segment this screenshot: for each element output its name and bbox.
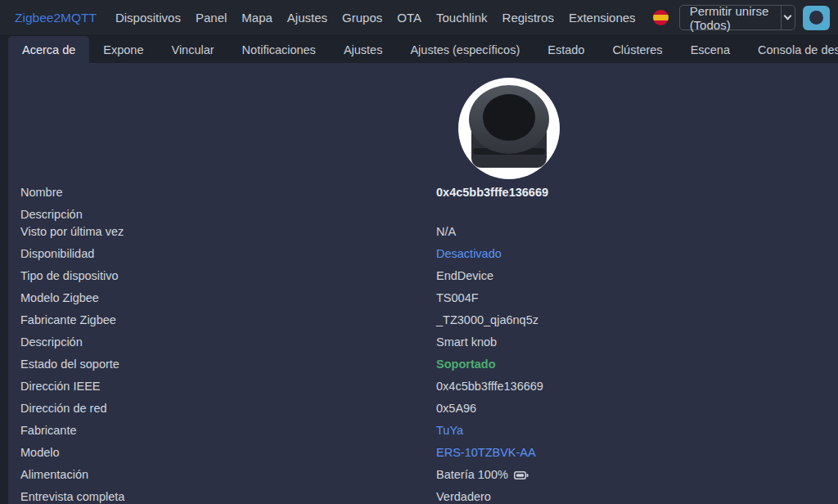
device-info-row: Alimentación Batería 100% — [8, 467, 838, 483]
device-info-row: Fabricante Zigbee _TZ3000_qja6nq5z — [8, 313, 838, 328]
permit-join-dropdown-toggle[interactable] — [781, 6, 795, 29]
language-flag-icon[interactable] — [653, 10, 669, 25]
device-field-value: Soportado — [436, 357, 496, 372]
tab-ajustes-espec-ficos-[interactable]: Ajustes (específicos) — [396, 36, 534, 63]
nav-item-ota[interactable]: OTA — [390, 11, 429, 25]
device-field-value: N/A — [436, 224, 456, 240]
theme-circle-icon — [809, 11, 823, 25]
device-field-value: _TZ3000_qja6nq5z — [436, 313, 538, 328]
device-info-list: Nombre 0x4c5bb3fffe136669 Descripción — [8, 185, 838, 504]
tab-vincular[interactable]: Vincular — [157, 36, 228, 63]
nav-item-registros[interactable]: Registros — [495, 11, 561, 25]
device-info-row: Dirección IEEE 0x4c5bb3fffe136669 — [8, 379, 838, 394]
device-field-label: Tipo de dispositivo — [8, 268, 436, 284]
nav-item-ajustes[interactable]: Ajustes — [280, 11, 335, 25]
device-field-label: Descripción — [8, 335, 436, 350]
device-tabbar: Acerca deExponeVincularNotificacionesAju… — [0, 36, 838, 63]
brand-link[interactable]: Zigbee2MQTT — [15, 11, 97, 25]
device-info-row: Fabricante TuYa — [8, 423, 838, 439]
tab-escena[interactable]: Escena — [677, 36, 744, 63]
device-field-value: TS004F — [436, 290, 479, 306]
device-field-label: Entrevista completa — [8, 489, 436, 504]
chevron-down-icon — [784, 12, 792, 20]
device-field-value: EndDevice — [436, 268, 493, 284]
tab-consola-de-desarrollo[interactable]: Consola de desarrollo — [744, 36, 838, 63]
top-navbar: Zigbee2MQTT DispositivosPanelMapaAjustes… — [0, 0, 838, 36]
device-field-label: Modelo — [8, 445, 436, 461]
device-info-row: Entrevista completa Verdadero — [8, 489, 838, 504]
device-info-row: Descripción Smart knob — [8, 335, 838, 350]
knob-hole-shape — [483, 94, 535, 141]
device-info-row: Modelo ERS-10TZBVK-AA — [8, 445, 838, 461]
theme-toggle-button[interactable] — [803, 6, 830, 30]
device-field-label: Dirección de red — [8, 401, 436, 416]
permit-join-label: Permitir unirse (Todos) — [680, 6, 781, 29]
device-field-value: 0x5A96 — [436, 401, 476, 416]
tab-ajustes[interactable]: Ajustes — [330, 36, 397, 63]
device-info-row: Nombre 0x4c5bb3fffe136669 — [8, 185, 838, 200]
nav-item-panel[interactable]: Panel — [188, 11, 234, 25]
device-info-row: Descripción — [8, 207, 838, 223]
device-field-value: Batería 100% — [436, 467, 529, 483]
device-field-label: Visto por última vez — [8, 224, 436, 240]
device-field-label: Alimentación — [8, 467, 436, 483]
device-info-row: Modelo Zigbee TS004F — [8, 290, 838, 306]
permit-join-button[interactable]: Permitir unirse (Todos) — [679, 5, 795, 30]
tab-expone[interactable]: Expone — [89, 36, 157, 63]
about-tab-content: Nombre 0x4c5bb3fffe136669 Descripción — [8, 63, 838, 504]
device-field-value[interactable]: TuYa — [436, 423, 463, 439]
device-field-value: 0x4c5bb3fffe136669 — [436, 185, 548, 200]
battery-icon — [514, 470, 529, 480]
tab-notificaciones[interactable]: Notificaciones — [228, 36, 330, 63]
nav-item-touchlink[interactable]: Touchlink — [429, 11, 495, 25]
nav-items: DispositivosPanelMapaAjustesGruposOTATou… — [108, 11, 643, 25]
nav-item-mapa[interactable]: Mapa — [234, 11, 280, 25]
device-info-row: Tipo de dispositivo EndDevice — [8, 268, 838, 284]
device-field-value: Smart knob — [436, 335, 497, 350]
device-info-row: Disponibilidad Desactivado — [8, 246, 838, 262]
device-field-value: 0x4c5bb3fffe136669 — [436, 379, 543, 394]
device-info-row: Estado del soporte Soportado — [8, 357, 838, 372]
nav-item-dispositivos[interactable]: Dispositivos — [108, 11, 188, 25]
tab-estado[interactable]: Estado — [534, 36, 598, 63]
nav-item-grupos[interactable]: Grupos — [335, 11, 390, 25]
device-field-label: Disponibilidad — [8, 246, 436, 262]
device-field-label: Fabricante Zigbee — [8, 313, 436, 328]
device-field-label: Modelo Zigbee — [8, 290, 436, 306]
device-info-row: Dirección de red 0x5A96 — [8, 401, 838, 416]
device-field-label: Dirección IEEE — [8, 379, 436, 394]
device-field-value: Verdadero — [436, 489, 491, 504]
device-field-label: Fabricante — [8, 423, 436, 439]
device-info-row: Visto por última vez N/A — [8, 224, 838, 240]
device-field-label: Nombre — [8, 185, 436, 200]
device-photo — [458, 78, 560, 179]
device-field-label: Estado del soporte — [8, 357, 436, 372]
device-field-label: Descripción — [8, 207, 436, 223]
device-field-value[interactable]: Desactivado — [436, 246, 502, 262]
tab-cl-steres[interactable]: Clústeres — [598, 36, 676, 63]
device-field-value[interactable]: ERS-10TZBVK-AA — [436, 445, 536, 461]
tab-acerca-de[interactable]: Acerca de — [8, 36, 89, 63]
nav-item-extensiones[interactable]: Extensiones — [561, 11, 643, 25]
